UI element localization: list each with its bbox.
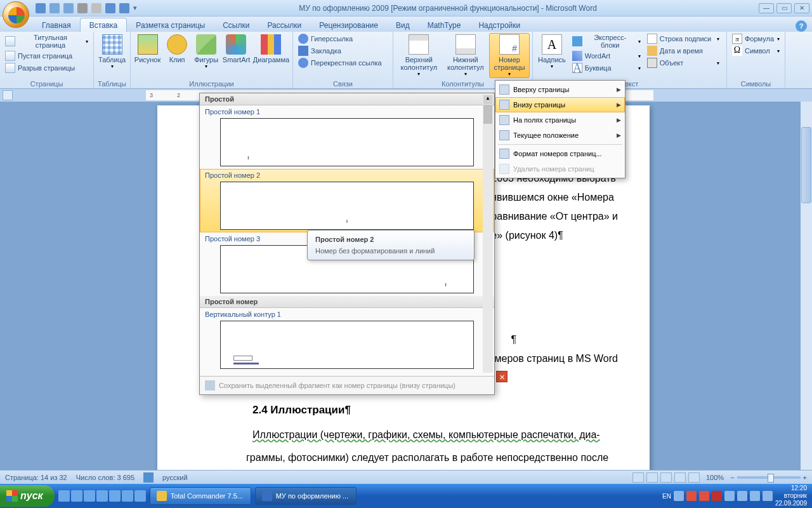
view-print-layout[interactable] bbox=[632, 472, 644, 483]
picture-button[interactable]: Рисунок bbox=[133, 33, 162, 65]
qat-icon[interactable] bbox=[105, 3, 115, 13]
view-full-screen[interactable] bbox=[646, 472, 658, 483]
ql-icon[interactable] bbox=[122, 490, 133, 502]
smartart-button[interactable]: SmartArt bbox=[221, 33, 251, 65]
crossref-button[interactable]: Перекрестная ссылка bbox=[296, 57, 390, 69]
gallery-save-option[interactable]: Сохранить выделенный фрагмент как номер … bbox=[200, 376, 494, 394]
tooltip-title: Простой номер 2 bbox=[315, 236, 466, 243]
ql-icon[interactable] bbox=[58, 490, 70, 502]
tab-selector[interactable] bbox=[3, 90, 13, 100]
bookmark-button[interactable]: Закладка bbox=[296, 45, 390, 57]
tab-addins[interactable]: Надстройки bbox=[469, 18, 529, 32]
clock[interactable]: 12:20 вторник 22.09.2009 bbox=[775, 485, 807, 507]
clipart-button[interactable]: Клип bbox=[163, 33, 191, 65]
tray-icon[interactable] bbox=[763, 491, 773, 501]
cover-page-button[interactable]: Титульная страница▾ bbox=[3, 33, 91, 50]
redo-icon[interactable] bbox=[63, 3, 74, 13]
table-button[interactable]: Таблица▾ bbox=[96, 33, 128, 70]
tab-mathtype[interactable]: MathType bbox=[419, 18, 470, 32]
hyperlink-button[interactable]: Гиперссылка bbox=[296, 33, 390, 44]
datetime-button[interactable]: Дата и время bbox=[645, 45, 722, 57]
scrollbar-thumb[interactable] bbox=[801, 127, 811, 203]
taskbar-app-word[interactable]: МУ по оформлению ... bbox=[255, 487, 357, 505]
status-proofing-icon[interactable] bbox=[143, 472, 154, 483]
print-icon[interactable] bbox=[77, 3, 88, 13]
dropcap-button[interactable]: AБуквица▾ bbox=[570, 62, 643, 74]
ql-icon[interactable] bbox=[134, 490, 146, 502]
menu-bottom-of-page[interactable]: Внизу страницы▶ bbox=[495, 97, 625, 112]
symbol-button[interactable]: ΩСимвол▾ bbox=[730, 45, 782, 57]
language-indicator[interactable]: EN bbox=[662, 493, 671, 500]
gallery-scrollbar[interactable]: ▲ bbox=[483, 95, 493, 373]
maximize-button[interactable]: ▭ bbox=[776, 3, 792, 13]
scrollbar-thumb[interactable] bbox=[483, 105, 492, 124]
qat-icon[interactable] bbox=[119, 3, 129, 13]
page-break-button[interactable]: Разрыв страницы bbox=[3, 62, 91, 74]
signature-button[interactable]: Строка подписи▾ bbox=[645, 33, 722, 44]
windows-logo-icon bbox=[6, 490, 18, 502]
close-icon[interactable]: ✕ bbox=[496, 371, 508, 382]
menu-current-position[interactable]: Текущее положение▶ bbox=[495, 128, 625, 143]
tray-icon[interactable] bbox=[724, 491, 735, 501]
ql-icon[interactable] bbox=[109, 490, 121, 502]
tab-mailings[interactable]: Рассылки bbox=[258, 18, 310, 32]
textbox-button[interactable]: AНадпись▾ bbox=[535, 33, 568, 70]
taskbar-app-totalcmd[interactable]: Total Commander 7.5... bbox=[150, 487, 251, 505]
close-button[interactable]: ✕ bbox=[794, 3, 809, 13]
minimize-button[interactable]: — bbox=[759, 3, 774, 13]
scroll-up-icon[interactable]: ▲ bbox=[483, 95, 492, 104]
start-button[interactable]: пуск bbox=[0, 485, 55, 507]
ql-icon[interactable] bbox=[96, 490, 108, 502]
menu-page-margins[interactable]: На полях страницы▶ bbox=[495, 112, 625, 128]
footer-button[interactable]: Нижний колонтитул▾ bbox=[443, 33, 488, 78]
save-icon[interactable] bbox=[36, 3, 46, 13]
tab-references[interactable]: Ссылки bbox=[214, 18, 258, 32]
vertical-scrollbar[interactable] bbox=[801, 102, 812, 470]
tab-home[interactable]: Главная bbox=[33, 18, 80, 32]
zoom-slider[interactable] bbox=[737, 476, 801, 479]
tray-icon[interactable] bbox=[750, 491, 760, 501]
chart-button[interactable]: Диаграмма bbox=[252, 33, 290, 65]
header-button[interactable]: Верхний колонтитул▾ bbox=[396, 33, 442, 78]
tab-view[interactable]: Вид bbox=[387, 18, 419, 32]
ql-icon[interactable] bbox=[71, 490, 82, 502]
menu-format-numbers[interactable]: Формат номеров страниц... bbox=[495, 146, 625, 161]
gallery-item-1[interactable]: Простой номер 1 ı bbox=[200, 105, 494, 169]
gallery-item-2[interactable]: Простой номер 2 ı bbox=[200, 169, 494, 232]
office-button[interactable] bbox=[3, 1, 29, 28]
tab-layout[interactable]: Разметка страницы bbox=[127, 18, 214, 32]
view-outline[interactable] bbox=[674, 472, 686, 483]
preview-thumbnail: ı bbox=[220, 118, 474, 166]
preview-icon[interactable] bbox=[91, 3, 102, 13]
view-draft[interactable] bbox=[688, 472, 700, 483]
tray-icon[interactable] bbox=[737, 491, 747, 501]
tray-icon[interactable] bbox=[712, 491, 722, 501]
view-web[interactable] bbox=[660, 472, 672, 483]
doc-heading: 2.4 Иллюстрации¶ bbox=[252, 404, 351, 417]
menu-remove-numbers[interactable]: Удалить номера страниц bbox=[495, 161, 625, 177]
page-number-button[interactable]: Номер страницы▾ bbox=[489, 33, 530, 78]
status-language[interactable]: русский bbox=[162, 474, 187, 481]
tab-insert[interactable]: Вставка bbox=[80, 18, 128, 32]
shapes-button[interactable]: Фигуры▾ bbox=[192, 33, 220, 70]
status-words[interactable]: Число слов: 3 695 bbox=[76, 474, 134, 481]
tray-icon[interactable] bbox=[686, 491, 697, 501]
zoom-in-button[interactable]: + bbox=[803, 474, 807, 481]
zoom-level[interactable]: 100% bbox=[706, 474, 724, 481]
object-button[interactable]: Объект▾ bbox=[645, 57, 722, 69]
undo-icon[interactable] bbox=[49, 3, 60, 13]
status-page[interactable]: Страница: 14 из 32 bbox=[5, 474, 67, 481]
gallery-item-4[interactable]: Вертикальный контур 1 bbox=[200, 308, 494, 371]
tab-review[interactable]: Рецензирование bbox=[310, 18, 387, 32]
blank-page-button[interactable]: Пустая страница bbox=[3, 50, 91, 62]
equation-button[interactable]: πФормула▾ bbox=[730, 33, 782, 44]
zoom-out-button[interactable]: − bbox=[730, 474, 734, 481]
app-icon bbox=[157, 491, 167, 501]
ql-icon[interactable] bbox=[84, 490, 95, 502]
tray-icon[interactable] bbox=[699, 491, 709, 501]
help-button[interactable]: ? bbox=[796, 20, 807, 32]
menu-top-of-page[interactable]: Вверху страницы▶ bbox=[495, 82, 625, 97]
quickparts-button[interactable]: Экспресс-блоки▾ bbox=[570, 33, 643, 50]
tray-icon[interactable] bbox=[674, 491, 684, 501]
wordart-button[interactable]: WordArt▾ bbox=[570, 50, 643, 62]
